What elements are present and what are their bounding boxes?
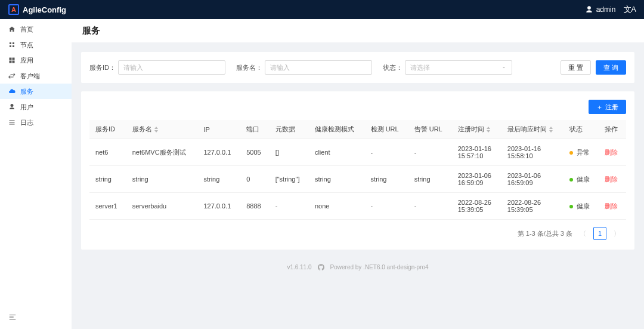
reset-button[interactable]: 重 置	[561, 60, 591, 75]
status-label: 状态：	[383, 63, 402, 72]
services-table: 服务ID 服务名 IP 端口 元数据 健康检测模式 检测 URL 告警 URL …	[89, 120, 626, 220]
table-row: net6net6MVC服务测试127.0.0.15005[]client--20…	[89, 139, 626, 166]
brand-logo-icon: A	[8, 4, 19, 15]
row-delete-link[interactable]: 删除	[605, 176, 618, 183]
cell-port: 5005	[240, 139, 269, 166]
top-header: A AgileConfig admin 文A	[0, 0, 644, 19]
cell-check-url: string	[365, 166, 408, 193]
collapse-icon	[8, 313, 17, 321]
home-icon	[8, 26, 16, 33]
col-ip[interactable]: IP	[197, 120, 240, 139]
sidebar-item-logs[interactable]: 日志	[0, 115, 72, 130]
col-health-mode[interactable]: 健康检测模式	[309, 120, 365, 139]
cell-alarm-url: -	[408, 139, 452, 166]
sidebar-item-label: 应用	[20, 56, 33, 65]
cell-status: 异常	[564, 139, 599, 166]
cell-check-url: -	[365, 139, 408, 166]
cell-service-name: net6MVC服务测试	[126, 139, 198, 166]
col-status[interactable]: 状态	[564, 120, 599, 139]
brand[interactable]: A AgileConfig	[8, 4, 66, 15]
col-service-name[interactable]: 服务名	[126, 120, 198, 139]
github-icon[interactable]	[318, 264, 324, 270]
language-switch[interactable]: 文A	[624, 4, 636, 15]
pagination-page-1[interactable]: 1	[593, 227, 606, 240]
service-name-label: 服务名：	[236, 63, 262, 72]
footer-version: v1.6.11.0	[287, 264, 311, 270]
col-check-url[interactable]: 检测 URL	[365, 120, 408, 139]
sidebar-collapse-button[interactable]	[8, 315, 17, 323]
swap-icon	[8, 72, 16, 79]
cluster-icon	[8, 41, 16, 48]
user-icon	[8, 103, 16, 110]
service-id-label: 服务ID：	[89, 63, 116, 72]
cell-ip: string	[197, 166, 240, 193]
sidebar-item-nodes[interactable]: 节点	[0, 37, 72, 53]
plus-icon: ＋	[596, 103, 603, 112]
sidebar-item-apps[interactable]: 应用	[0, 53, 72, 68]
col-alarm-url[interactable]: 告警 URL	[408, 120, 452, 139]
col-action: 操作	[599, 120, 626, 139]
query-button[interactable]: 查 询	[596, 60, 626, 75]
pagination-next[interactable]: 〉	[611, 229, 623, 238]
cell-register-time: 2023-01-0616:59:09	[452, 166, 501, 193]
col-last-resp-time[interactable]: 最后响应时间	[501, 120, 564, 139]
cell-ip: 127.0.0.1	[197, 193, 240, 220]
cell-service-name: serverbaidu	[126, 193, 198, 220]
cell-check-url: -	[365, 193, 408, 220]
cell-last-resp-time: 2023-01-1615:58:10	[501, 139, 564, 166]
status-select[interactable]: 请选择	[405, 60, 512, 75]
sidebar-item-clients[interactable]: 客户端	[0, 68, 72, 84]
service-id-input[interactable]	[118, 60, 225, 75]
col-port[interactable]: 端口	[240, 120, 269, 139]
cell-service-id: string	[89, 166, 126, 193]
cell-last-resp-time: 2022-08-2615:39:05	[501, 193, 564, 220]
register-button[interactable]: ＋ 注册	[589, 100, 626, 114]
pagination: 第 1-3 条/总共 3 条 〈 1 〉	[89, 220, 626, 241]
row-delete-link[interactable]: 删除	[605, 202, 618, 210]
cell-health-mode: string	[309, 166, 365, 193]
sidebar-item-label: 服务	[20, 87, 33, 96]
row-delete-link[interactable]: 删除	[605, 149, 618, 156]
sidebar-item-label: 用户	[20, 103, 33, 112]
sidebar-item-services[interactable]: 服务	[0, 84, 72, 99]
chevron-down-icon	[501, 64, 507, 70]
main: 服务 服务ID： 服务名： 状态：	[72, 19, 644, 329]
cloud-icon	[8, 88, 16, 95]
sidebar-item-home[interactable]: 首页	[0, 21, 72, 37]
service-name-input[interactable]	[265, 60, 372, 75]
register-label: 注册	[605, 103, 618, 112]
sidebar-item-label: 首页	[20, 25, 33, 34]
brand-name: AgileConfig	[23, 5, 66, 14]
status-placeholder: 请选择	[410, 63, 430, 72]
cell-port: 0	[240, 166, 269, 193]
cell-health-mode: client	[309, 139, 365, 166]
pagination-prev[interactable]: 〈	[577, 229, 589, 238]
user-name: admin	[596, 5, 616, 14]
footer: v1.6.11.0 Powered by .NET6.0 ant-design-…	[72, 259, 644, 279]
cell-service-name: string	[126, 166, 198, 193]
table-row: server1serverbaidu127.0.0.18888-none--20…	[89, 193, 626, 220]
cell-health-mode: none	[309, 193, 365, 220]
footer-powered: Powered by .NET6.0 ant-design-pro4	[330, 264, 429, 270]
sidebar: 首页节点应用客户端服务用户日志	[0, 19, 72, 329]
cell-status: 健康	[564, 193, 599, 220]
user-icon	[585, 5, 593, 14]
table-card: ＋ 注册 服务ID 服务名 IP 端口 元数据 健康检测模式 检测 UR	[81, 91, 634, 250]
col-service-id[interactable]: 服务ID	[89, 120, 126, 139]
sidebar-item-label: 客户端	[20, 72, 40, 81]
user-menu[interactable]: admin	[585, 5, 616, 14]
cell-service-id: net6	[89, 139, 126, 166]
cell-metadata: -	[270, 193, 309, 220]
sidebar-item-label: 日志	[20, 118, 33, 127]
search-card: 服务ID： 服务名： 状态： 请选择	[81, 52, 634, 83]
col-register-time[interactable]: 注册时间	[452, 120, 501, 139]
cell-metadata: []	[270, 139, 309, 166]
sidebar-item-label: 节点	[20, 41, 33, 50]
page-title: 服务	[72, 19, 644, 42]
menu-icon	[8, 119, 16, 126]
col-metadata[interactable]: 元数据	[270, 120, 309, 139]
cell-alarm-url: -	[408, 193, 452, 220]
sidebar-item-users[interactable]: 用户	[0, 99, 72, 115]
cell-last-resp-time: 2023-01-0616:59:09	[501, 166, 564, 193]
cell-metadata: ["string"]	[270, 166, 309, 193]
